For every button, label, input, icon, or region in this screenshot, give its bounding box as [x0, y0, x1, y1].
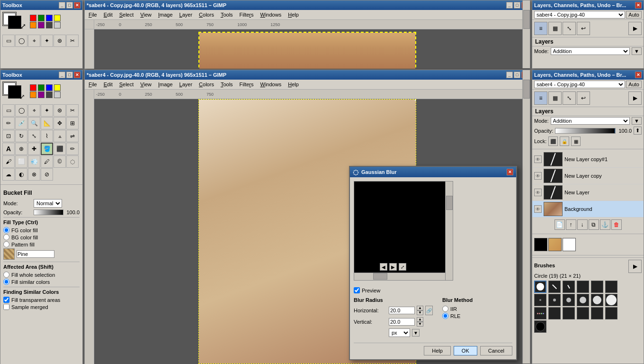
- layers-file-select-2[interactable]: saber4 - Copy.jpg-40: [534, 81, 625, 88]
- tool-rect-select[interactable]: ▭: [2, 35, 15, 47]
- tool-heal[interactable]: ✚: [28, 143, 40, 155]
- canvas-area-1[interactable]: [94, 29, 530, 69]
- cancel-button[interactable]: Cancel: [480, 346, 512, 355]
- tab-layers-2[interactable]: ≡: [534, 91, 547, 105]
- lock-alpha-btn[interactable]: ▦: [571, 136, 581, 146]
- menu-edit-1[interactable]: Edit: [101, 11, 116, 18]
- toolbox-minimize-btn-1[interactable]: _: [59, 2, 65, 9]
- layer-item-0[interactable]: 👁 New Layer copy#1: [532, 151, 644, 168]
- layers-mode-expand-1[interactable]: ▼: [632, 47, 642, 55]
- quick-color-darkgray-2[interactable]: [46, 91, 53, 98]
- quick-color-orange-2[interactable]: [30, 91, 36, 98]
- layer-new-btn[interactable]: 📄: [555, 219, 565, 230]
- quick-color-lightgray-2[interactable]: [54, 91, 61, 98]
- quick-color-yellow[interactable]: [54, 15, 61, 21]
- tool-perspective[interactable]: ⟁: [54, 130, 66, 142]
- toolbox-minimize-btn-2[interactable]: _: [59, 72, 65, 78]
- menu-filters-1[interactable]: Filters: [237, 11, 257, 18]
- layer-item-2[interactable]: 👁 New Layer: [532, 184, 644, 201]
- tool-airbrush[interactable]: 💨: [28, 155, 40, 168]
- layers-mode-select-2[interactable]: Addition: [551, 117, 630, 125]
- brush-item-8[interactable]: [563, 294, 575, 306]
- toolbox-maximize-btn-2[interactable]: □: [66, 72, 73, 78]
- menu-layer-2[interactable]: Layer: [177, 81, 196, 88]
- tool-measure[interactable]: 📐: [41, 117, 53, 129]
- layers-opacity-stepper[interactable]: ⬆: [634, 127, 642, 135]
- menu-tools-2[interactable]: Tools: [218, 81, 236, 88]
- tool-color-picker[interactable]: 💉: [15, 117, 27, 129]
- brush-item-1[interactable]: [548, 281, 561, 293]
- panel-mid-color[interactable]: [548, 238, 562, 251]
- tool-align[interactable]: ⊞: [66, 117, 79, 129]
- tool-fuzzy-select-2[interactable]: ✦: [41, 104, 53, 117]
- canvas-minimize-btn-1[interactable]: _: [506, 2, 513, 9]
- quick-color-orange[interactable]: [30, 22, 36, 28]
- quick-color-purple[interactable]: [38, 22, 45, 28]
- fill-whole-radio[interactable]: [3, 272, 9, 278]
- quick-color-red-2[interactable]: [30, 84, 36, 91]
- pattern-name-input[interactable]: [17, 250, 54, 258]
- tool-clone-stamp[interactable]: ⊕: [15, 143, 27, 155]
- tab-paths-2[interactable]: ⤡: [563, 91, 576, 105]
- tool-eraser[interactable]: ⬜: [15, 155, 27, 168]
- canvas-maximize-btn-2[interactable]: □: [514, 72, 520, 78]
- brush-item-13[interactable]: [548, 307, 561, 319]
- brush-item-3[interactable]: [577, 281, 589, 293]
- horizontal-up-btn[interactable]: ▲: [417, 306, 423, 310]
- brush-item-16[interactable]: [591, 307, 603, 319]
- pattern-preview[interactable]: [3, 248, 15, 260]
- menu-colors-1[interactable]: Colors: [196, 11, 217, 18]
- brush-item-18[interactable]: [534, 320, 546, 333]
- reset-colors-icon[interactable]: ⤢: [20, 22, 26, 31]
- layers-close-btn-2[interactable]: ✕: [635, 72, 642, 78]
- preview-nav-left[interactable]: ◀: [380, 263, 387, 271]
- preview-scrollbar-v[interactable]: [445, 182, 453, 280]
- toolbox-maximize-btn-1[interactable]: □: [66, 2, 73, 9]
- layers-opacity-slider[interactable]: [555, 128, 616, 134]
- quick-color-green[interactable]: [38, 15, 45, 21]
- fill-bg-radio[interactable]: [3, 234, 9, 240]
- vertical-up-btn[interactable]: ▲: [417, 317, 423, 322]
- tool-zoom[interactable]: 🔍: [28, 117, 40, 129]
- quick-color-darkgray[interactable]: [46, 22, 53, 28]
- tab-undo-1[interactable]: ↩: [577, 22, 590, 35]
- menu-windows-2[interactable]: Windows: [258, 81, 285, 88]
- tab-expand-1[interactable]: ▶: [628, 22, 642, 35]
- brush-item-9[interactable]: [577, 294, 589, 306]
- tool-scissors[interactable]: ✂: [66, 35, 79, 47]
- menu-select-1[interactable]: Select: [116, 11, 137, 18]
- help-button[interactable]: Help: [424, 346, 451, 355]
- menu-colors-2[interactable]: Colors: [196, 81, 217, 88]
- tool-ink[interactable]: 🖊: [41, 155, 53, 168]
- tool-rect-select-2[interactable]: ▭: [2, 104, 15, 117]
- tool-clone[interactable]: ©: [54, 155, 66, 168]
- tool-dodge-burn[interactable]: ◐: [15, 168, 27, 181]
- menu-help-2[interactable]: Help: [285, 81, 302, 88]
- menu-tools-1[interactable]: Tools: [218, 11, 236, 18]
- fg-color-swatch[interactable]: [8, 16, 21, 29]
- layers-close-btn-1[interactable]: ✕: [635, 2, 642, 9]
- tool-blur-sharpen[interactable]: ◌: [66, 155, 79, 168]
- menu-help-1[interactable]: Help: [285, 11, 302, 18]
- vertical-input[interactable]: [389, 318, 415, 326]
- brush-item-17[interactable]: [605, 307, 617, 319]
- tool-ellipse-select-2[interactable]: ◯: [15, 104, 27, 117]
- tool-foreground-select[interactable]: ⊗: [28, 168, 40, 181]
- canvas-minimize-btn-2[interactable]: _: [506, 72, 513, 78]
- tool-select-by-color-2[interactable]: ⊛: [54, 104, 66, 117]
- menu-view-1[interactable]: View: [137, 11, 154, 18]
- preview-scrollbar-h[interactable]: [354, 273, 445, 280]
- tab-channels-2[interactable]: ▦: [548, 91, 562, 105]
- menu-file-1[interactable]: File: [86, 11, 100, 18]
- dialog-close-btn[interactable]: ✕: [507, 169, 513, 175]
- tool-crop[interactable]: ⊡: [2, 130, 15, 142]
- canvas-scrollbar-v-1[interactable]: [522, 0, 530, 68]
- horizontal-down-btn[interactable]: ▼: [417, 310, 423, 315]
- tool-ellipse-select[interactable]: ◯: [15, 35, 27, 47]
- preview-scrollbar-h-thumb[interactable]: [373, 273, 387, 280]
- lock-position-btn[interactable]: 🔒: [560, 136, 569, 146]
- brush-item-4[interactable]: [591, 281, 603, 293]
- quick-color-blue[interactable]: [46, 15, 53, 21]
- ok-button[interactable]: OK: [454, 346, 477, 355]
- tab-undo-2[interactable]: ↩: [577, 91, 590, 105]
